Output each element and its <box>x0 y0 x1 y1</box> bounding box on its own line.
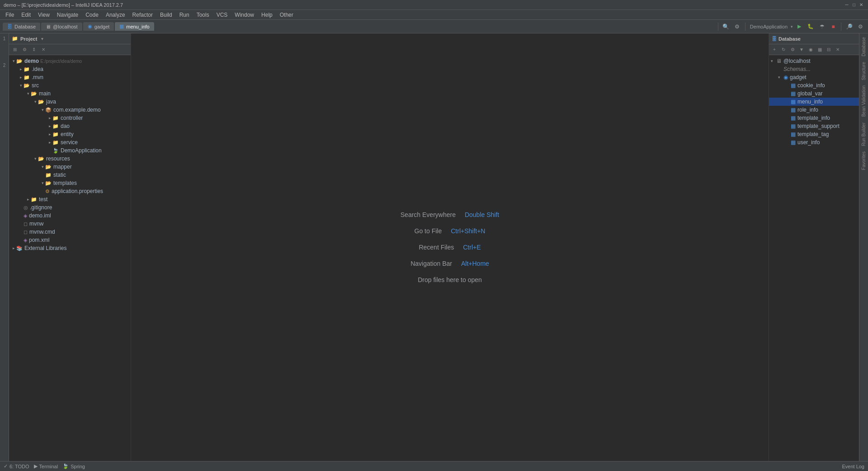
tree-item-service[interactable]: ▸ 📁 service <box>9 138 131 146</box>
db-tree-global-var[interactable]: · ▦ global_var <box>769 89 859 98</box>
search-everywhere-button[interactable]: 🔎 <box>844 22 854 32</box>
menu-other[interactable]: Other <box>276 11 297 19</box>
toolbar-btn-settings[interactable]: ⚙ <box>732 22 742 32</box>
debug-button[interactable]: 🐛 <box>806 22 816 32</box>
welcome-item-drop: Drop files here to open <box>418 276 482 283</box>
tree-item-java[interactable]: ▾ 📂 java <box>9 98 131 106</box>
bottom-todo[interactable]: ✓ 6: TODO <box>4 463 29 469</box>
panel-scroll-btn[interactable]: ⇕ <box>30 46 38 54</box>
right-icon-database[interactable]: Database <box>860 35 867 58</box>
right-icon-favorites[interactable]: Favorites <box>860 150 867 172</box>
toolbar-btn-search[interactable]: 🔍 <box>721 22 731 32</box>
bottom-terminal[interactable]: ▶ Terminal <box>34 463 58 469</box>
db-tree-cookie-info[interactable]: · ▦ cookie_info <box>769 81 859 89</box>
menu-vcs[interactable]: VCS <box>213 11 231 19</box>
tree-item-mvn[interactable]: ▸ 📁 .mvn <box>9 73 131 81</box>
db-collapse-button[interactable]: ⊟ <box>825 46 833 54</box>
maximize-button[interactable]: □ <box>851 2 857 8</box>
tree-item-external-libs[interactable]: ▸ 📚 External Libraries <box>9 244 131 252</box>
database-panel-header: 🗄 Database <box>769 33 859 44</box>
tree-item-mvnwcmd[interactable]: · ◻ mvnw.cmd <box>9 228 131 236</box>
tree-item-mapper[interactable]: ▾ 📂 mapper <box>9 163 131 171</box>
db-tree-template-support[interactable]: · ▦ template_support <box>769 122 859 130</box>
title-bar: demo – [E:\project\idea\demo] – IntelliJ… <box>0 0 868 10</box>
bottom-event-log[interactable]: Event Log <box>842 464 864 469</box>
tree-arrow: ▸ <box>11 246 16 250</box>
folder-icon: 📂 <box>38 156 44 162</box>
close-button[interactable]: ✕ <box>858 2 864 8</box>
db-tree-menu-info[interactable]: · ▦ menu_info <box>769 98 859 106</box>
db-filter-button[interactable]: ▼ <box>797 46 806 54</box>
menu-build[interactable]: Build <box>156 11 176 19</box>
menu-code[interactable]: Code <box>82 11 102 19</box>
menu-analyze[interactable]: Analyze <box>102 11 129 19</box>
tree-item-dao[interactable]: ▸ 📁 dao <box>9 122 131 130</box>
tree-item-demoapplication[interactable]: · 🍃 DemoApplication <box>9 146 131 155</box>
tree-label: com.example.demo <box>53 107 101 113</box>
menu-refactor[interactable]: Refactor <box>129 11 156 19</box>
menu-file[interactable]: File <box>2 11 18 19</box>
panel-close-btn[interactable]: ✕ <box>39 46 47 54</box>
tree-label: java <box>46 99 56 105</box>
menu-tools[interactable]: Tools <box>193 11 213 19</box>
tree-item-src[interactable]: ▾ 📂 src <box>9 81 131 89</box>
tree-item-package[interactable]: ▾ 📦 com.example.demo <box>9 106 131 114</box>
tree-item-gitignore[interactable]: · ◎ .gitignore <box>9 203 131 212</box>
menu-window[interactable]: Window <box>231 11 258 19</box>
bottom-spring[interactable]: 🍃 Spring <box>62 463 85 469</box>
run-coverage-button[interactable]: ☂ <box>817 22 827 32</box>
tree-item-main[interactable]: ▾ 📂 main <box>9 89 131 98</box>
tree-item-idea[interactable]: ▸ 📁 .idea <box>9 65 131 73</box>
menu-run[interactable]: Run <box>176 11 193 19</box>
db-schema-button[interactable]: ◉ <box>807 46 815 54</box>
db-add-button[interactable]: + <box>770 46 778 54</box>
tree-item-static[interactable]: · 📁 static <box>9 171 131 179</box>
file-icon2: ◻ <box>24 229 28 235</box>
tree-item-test[interactable]: ▸ 📁 test <box>9 195 131 203</box>
right-icon-run-builder[interactable]: Run Builder <box>860 121 867 148</box>
left-icon-2[interactable]: 2 <box>2 62 7 69</box>
menu-edit[interactable]: Edit <box>18 11 34 19</box>
db-tree-gadget[interactable]: ▾ ◉ gadget <box>769 73 859 81</box>
window-controls[interactable]: ─ □ ✕ <box>844 2 864 8</box>
stop-button[interactable]: ■ <box>828 22 838 32</box>
tab-gadget[interactable]: ◉ gadget <box>83 22 114 31</box>
tree-item-demo[interactable]: ▾ 📂 demo E:/project/idea/demo <box>9 57 131 65</box>
db-refresh-button[interactable]: ↻ <box>779 46 788 54</box>
tree-item-entity[interactable]: ▸ 📁 entity <box>9 130 131 138</box>
tree-item-templates[interactable]: ▾ 📂 templates <box>9 179 131 187</box>
db-tree-template-tag[interactable]: · ▦ template_tag <box>769 130 859 138</box>
project-dropdown-icon[interactable]: ▾ <box>41 37 43 41</box>
tree-item-resources[interactable]: ▾ 📂 resources <box>9 155 131 163</box>
db-close-button[interactable]: ✕ <box>834 46 842 54</box>
settings-button[interactable]: ⚙ <box>855 22 865 32</box>
tab-menu-info[interactable]: ▦ menu_info <box>115 22 154 31</box>
tree-item-appprops[interactable]: · ⚙ application.properties <box>9 187 131 195</box>
tab-localhost[interactable]: 🖥 @localhost <box>41 23 82 31</box>
welcome-search-label: Search Everywhere <box>401 211 456 218</box>
minimize-button[interactable]: ─ <box>844 2 850 8</box>
bottom-todo-label: 6: TODO <box>9 464 29 469</box>
db-tree-schemas[interactable]: · Schemas... <box>769 65 859 73</box>
menu-help[interactable]: Help <box>258 11 276 19</box>
tree-item-pomxml[interactable]: · ◈ pom.xml <box>9 236 131 244</box>
db-tree-localhost[interactable]: ▾ 🖥 @localhost <box>769 57 859 65</box>
left-icon-1[interactable]: 1 <box>2 35 7 42</box>
right-icon-structure[interactable]: Structure <box>860 60 867 82</box>
db-table-button[interactable]: ▦ <box>816 46 824 54</box>
tab-database[interactable]: 🗄 Database <box>3 23 40 31</box>
tree-item-controller[interactable]: ▸ 📁 controller <box>9 114 131 122</box>
panel-settings-btn[interactable]: ⚙ <box>20 46 28 54</box>
menu-view[interactable]: View <box>34 11 53 19</box>
menu-navigate[interactable]: Navigate <box>53 11 82 19</box>
tree-item-demoiml[interactable]: · ◈ demo.iml <box>9 212 131 220</box>
db-tree-template-info[interactable]: · ▦ template_info <box>769 114 859 122</box>
db-tree-user-info[interactable]: · ▦ user_info <box>769 138 859 146</box>
panel-collapse-btn[interactable]: ⊞ <box>11 46 19 54</box>
tree-item-mvnw[interactable]: · ◻ mvnw <box>9 220 131 228</box>
welcome-item-search: Search Everywhere Double Shift <box>401 211 499 218</box>
run-button[interactable]: ▶ <box>794 22 804 32</box>
db-settings-button[interactable]: ⚙ <box>788 46 797 54</box>
db-tree-role-info[interactable]: · ▦ role_info <box>769 106 859 114</box>
right-icon-bean-validation[interactable]: Bean Validation <box>860 84 867 118</box>
